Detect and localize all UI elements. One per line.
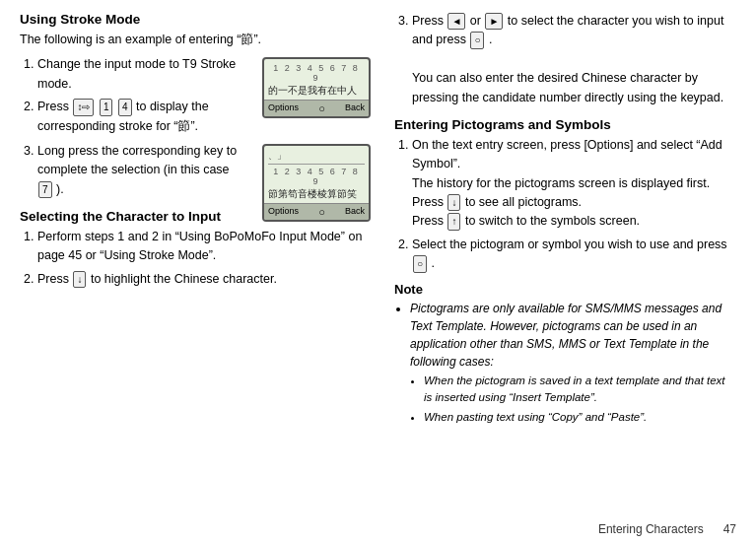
page-footer: Entering Characters 47 [598,522,736,536]
step3-key: 7 [38,181,52,199]
note-sub-2-text: When pasting text using “Copy” and “Past… [424,411,647,423]
note-sub-list: When the pictogram is saved in a text te… [410,373,736,427]
left-column: Using Stroke Mode The following is an ex… [0,0,384,544]
note-title: Note [394,282,736,297]
pstep1-sub2-key: ↓ [447,194,460,212]
pstep1-sub3-key: ↑ [447,213,460,231]
footer-section-label: Entering Characters [598,522,704,536]
r-step3-dot: . [489,33,492,46]
note-sub-2: When pasting text using “Copy” and “Past… [424,409,736,426]
pstep1-sub1: The history for the pictograms screen is… [412,176,710,190]
section-heading-stroke-mode: Using Stroke Mode [20,12,371,27]
section2-steps-list: Perform steps 1 and 2 in “Using BoPoMoFo… [20,228,371,289]
screen2-top-chars: 、」 [268,150,286,163]
step2-press-label: Press [37,100,72,113]
intro-text: The following is an example of entering … [20,31,371,49]
footer-page-number: 47 [723,522,736,536]
s2-step2-key: ↓ [73,271,86,289]
page-container: Using Stroke Mode The following is an ex… [0,0,756,544]
phone-screen-1: 1 2 3 4 5 6 7 8 9 的一不是我有在中人 Options ○ Ba… [262,57,371,118]
step1-text: Change the input mode to T9 Stroke mode. [37,57,236,90]
right-step3-list: Press ◄ or ► to select the character you… [394,12,736,107]
note-sub-1: When the pictogram is saved in a text te… [424,373,736,407]
s2-step2-after: to highlight the Chinese character. [91,272,277,286]
step2-key1: ↕⇨ [73,99,94,116]
note-sub-1-text: When the pictogram is saved in a text te… [424,374,725,403]
pstep1-text: On the text entry screen, press [Options… [412,138,722,170]
screen1-char-row: 的一不是我有在中人 [268,84,365,98]
screen2-top-row: 、」 [268,150,365,165]
screen1-options: Options [268,102,299,114]
note-list: Pictograms are only available for SMS/MM… [394,300,736,427]
screen2-char-row: 節第笱音楼棱算節笑 [268,187,365,201]
screen2-back: Back [345,206,365,218]
pstep2-key: ○ [413,255,427,273]
r-step3-key2: ► [485,13,503,31]
pstep2-after: . [432,256,435,270]
r-step3-key1: ◄ [447,13,465,31]
right-column: Press ◄ or ► to select the character you… [384,0,756,544]
section2-step-1: Perform steps 1 and 2 in “Using BoPoMoFo… [37,228,371,266]
r-step3-extra: You can also enter the desired Chinese c… [412,71,723,103]
note-main-text: Pictograms are only available for SMS/MM… [410,302,722,369]
screen1-bottom-bar: Options ○ Back [264,100,369,116]
right-step-3: Press ◄ or ► to select the character you… [412,12,736,107]
s2-step2-press: Press [37,272,72,286]
screen2-chars: 節第笱音楼棱算節笑 [268,188,357,199]
screen1-num-row: 1 2 3 4 5 6 7 8 9 [268,63,365,83]
pictogram-step-2: Select the pictogram or symbol you wish … [412,236,736,274]
step2-key3: 4 [118,99,132,116]
pstep1-sub3-after: to switch to the symbols screen. [465,214,640,228]
screen2-num-row: 1 2 3 4 5 6 7 8 9 [268,167,365,186]
screen2-center: ○ [318,206,325,218]
screen2-bottom-bar: Options ○ Back [264,203,369,220]
pstep2-before: Select the pictogram or symbol you wish … [412,238,727,251]
note-item-1: Pictograms are only available for SMS/MM… [410,300,736,427]
pictogram-section-title: Entering Pictograms and Symbols [394,117,736,132]
screen1-center: ○ [318,102,325,114]
pictogram-steps-list: On the text entry screen, press [Options… [394,136,736,274]
r-step3-or: or [470,14,485,28]
pstep1-sub2-after: to see all pictograms. [465,195,582,209]
step2-key2: 1 [100,99,113,116]
r-step3-key3: ○ [470,32,484,49]
step3-text: Long press the corresponding key to comp… [37,144,237,176]
s2-step1-text: Perform steps 1 and 2 in “Using BoPoMoFo… [37,230,362,262]
pstep1-sub2-press: Press [412,195,447,209]
section2-step-2: Press ↓ to highlight the Chinese charact… [37,270,371,289]
screen1-back: Back [345,102,365,114]
step3-end: ). [56,182,64,196]
phone-screen-2: 、」 1 2 3 4 5 6 7 8 9 節第笱音楼棱算節笑 Options ○… [262,144,371,222]
pictogram-step-1: On the text entry screen, press [Options… [412,136,736,232]
r-step3-press: Press [412,14,447,28]
pstep1-sub3-press: Press [412,214,447,228]
screen2-options: Options [268,206,299,218]
note-section: Note Pictograms are only available for S… [394,282,736,427]
